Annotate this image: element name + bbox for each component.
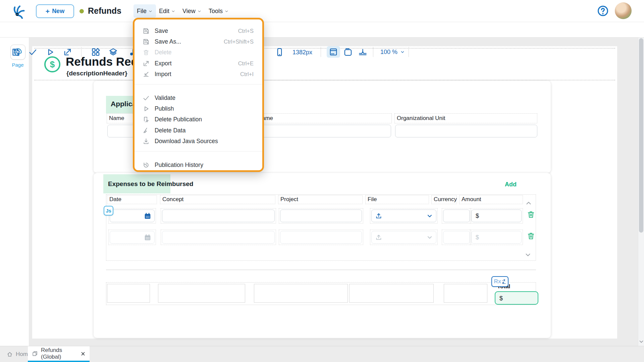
currency-input[interactable]: [443, 231, 470, 244]
toolbar-divider: [321, 47, 321, 57]
formula-icon: -x a..: [502, 279, 506, 284]
export-icon[interactable]: [63, 48, 72, 57]
page-panel-label: Page: [0, 62, 36, 68]
menu-item-save-as[interactable]: Save As...Ctrl+Shift+S: [135, 36, 262, 47]
scrollbar-thumb[interactable]: [639, 38, 643, 233]
tab-refunds-global[interactable]: Refunds (Global): [28, 346, 90, 361]
concept-input[interactable]: [162, 209, 275, 222]
file-select[interactable]: [371, 231, 436, 244]
calendar-icon[interactable]: [144, 213, 151, 220]
help-icon[interactable]: [597, 5, 609, 17]
vertical-scrollbar[interactable]: [638, 38, 644, 346]
expand-grid-icon[interactable]: [524, 251, 532, 258]
column-header-project[interactable]: Project: [278, 195, 363, 204]
empty-total-cell[interactable]: [444, 284, 487, 303]
expenses-grid: Date Concept Project File Currency Amoun…: [106, 194, 536, 261]
download-icon: [143, 138, 150, 145]
upload-icon[interactable]: [375, 212, 382, 220]
chevron-down-icon[interactable]: [426, 213, 433, 219]
validate-icon[interactable]: [28, 48, 37, 57]
date-input[interactable]: [110, 231, 155, 244]
broom-icon: [143, 127, 150, 134]
currency-input[interactable]: [443, 209, 470, 222]
empty-total-cell[interactable]: [349, 284, 434, 303]
collapse-grid-icon[interactable]: [525, 199, 532, 207]
delete-row-icon[interactable]: [527, 210, 535, 220]
empty-total-cell[interactable]: [107, 284, 150, 303]
filter-icon[interactable]: [358, 48, 367, 57]
browser-window-icon[interactable]: [343, 48, 353, 57]
rx-formula-badge[interactable]: Rx -x a..: [491, 276, 508, 287]
concept-input[interactable]: [162, 231, 275, 244]
menu-separator: [135, 84, 262, 84]
currency-symbol: $: [476, 234, 479, 241]
delete-row-icon[interactable]: [527, 232, 535, 241]
bottom-tab-bar: Home Refunds (Global): [0, 346, 644, 362]
menubar-tools[interactable]: Tools: [205, 4, 232, 18]
menu-item-publication-history[interactable]: Publication History: [135, 160, 262, 170]
design-canvas: $ Refunds Requ {descriptionHeader} Appli…: [29, 38, 644, 346]
expenses-section-title[interactable]: Expenses to be Reimbursed: [108, 180, 193, 188]
form-description-placeholder[interactable]: {descriptionHeader}: [66, 70, 127, 77]
organizational-unit-input[interactable]: [395, 125, 537, 137]
menu-item-delete-publication[interactable]: Delete Publication: [135, 114, 262, 125]
menu-item-export[interactable]: ExportCtrl+E: [135, 58, 262, 69]
calendar-icon[interactable]: [144, 234, 151, 241]
file-dropdown-menu: SaveCtrl+S Save As...Ctrl+Shift+S Delete…: [133, 18, 264, 172]
history-icon: [143, 162, 150, 169]
section-tab-label[interactable]: Applica: [111, 100, 136, 108]
publish-icon[interactable]: [46, 48, 55, 57]
amount-input[interactable]: $: [471, 209, 522, 222]
menu-item-delete-data[interactable]: Delete Data: [135, 125, 262, 136]
menu-item-import[interactable]: ImportCtrl+I: [135, 69, 262, 80]
add-row-link[interactable]: Add: [505, 181, 517, 188]
close-tab-icon[interactable]: [80, 351, 86, 356]
currency-symbol: $: [476, 213, 479, 220]
toolbar-divider: [81, 47, 82, 57]
project-input[interactable]: [280, 209, 362, 222]
dollar-circle-icon: $: [44, 56, 60, 72]
column-header-currency[interactable]: Currency: [431, 195, 457, 204]
amount-input[interactable]: $: [471, 231, 522, 244]
menu-item-publish[interactable]: Publish: [135, 103, 262, 114]
user-avatar[interactable]: [615, 2, 632, 19]
menubar-file[interactable]: File: [133, 4, 156, 18]
column-header-file[interactable]: File: [365, 195, 429, 204]
save-icon[interactable]: [11, 48, 20, 57]
menu-item-validate[interactable]: Validate: [135, 93, 262, 103]
menubar-edit[interactable]: Edit: [156, 4, 179, 18]
canvas-width-value[interactable]: 1382px: [292, 49, 312, 56]
js-code-badge[interactable]: Js: [104, 206, 113, 216]
top-navbar: +New Refunds File Edit View Tools: [0, 0, 644, 22]
plus-icon: +: [46, 7, 50, 15]
zoom-control[interactable]: 100 %: [380, 46, 405, 58]
app-logo-icon[interactable]: [11, 3, 27, 19]
save-as-icon: [143, 38, 150, 45]
total-amount-input[interactable]: $: [495, 291, 538, 305]
desktop-layout-icon[interactable]: [327, 46, 340, 58]
phone-preview-icon[interactable]: [275, 48, 284, 57]
empty-total-cell[interactable]: [254, 284, 348, 303]
toolbar-divider: [409, 47, 409, 57]
new-button[interactable]: +New: [36, 4, 74, 18]
menubar-view[interactable]: View: [179, 4, 205, 18]
file-select[interactable]: [371, 209, 436, 222]
currency-symbol: $: [499, 295, 503, 302]
menu-item-save[interactable]: SaveCtrl+S: [135, 25, 262, 36]
lastname-input[interactable]: [250, 125, 391, 137]
upload-icon[interactable]: [375, 234, 382, 241]
save-icon: [143, 27, 150, 35]
layers-icon[interactable]: [109, 48, 118, 57]
trash-icon: [143, 49, 150, 56]
field-label-organizational-unit: Organizational Unit: [394, 113, 537, 123]
menu-item-download-java-sources[interactable]: Download Java Sources: [135, 136, 262, 147]
scrollbar-down-arrow[interactable]: [638, 339, 644, 345]
chevron-down-icon[interactable]: [426, 234, 433, 241]
column-header-concept[interactable]: Concept: [160, 195, 275, 204]
components-icon[interactable]: [91, 48, 100, 57]
empty-total-cell[interactable]: [158, 284, 245, 303]
project-input[interactable]: [280, 231, 362, 244]
date-input[interactable]: [110, 209, 155, 222]
column-header-date[interactable]: Date: [107, 195, 157, 204]
column-header-amount[interactable]: Amount: [459, 195, 523, 204]
